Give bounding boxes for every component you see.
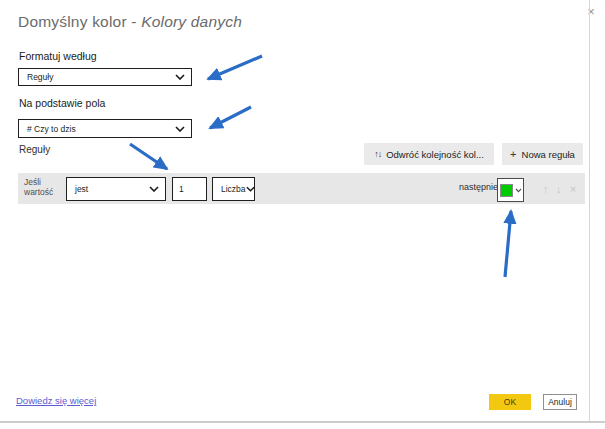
ok-button[interactable]: OK [489,394,531,410]
if-value-label: Jeśli wartość [24,178,53,197]
default-color-dialog: { "dialog": { "title_main": "Domyślny ko… [0,0,605,429]
reverse-rule-order-button[interactable]: ↑↓ Odwróć kolejność kol... [364,143,494,165]
color-swatch [500,184,513,197]
annotation-arrows-overlay [0,0,605,429]
based-on-field-label: Na podstawie pola [19,97,105,109]
move-rule-down-icon[interactable]: ↓ [556,184,561,194]
move-rule-up-icon[interactable]: ↑ [543,184,548,194]
rule-operator-dropdown[interactable]: jest [66,177,166,201]
chevron-down-icon [515,188,522,193]
rule-value-input[interactable] [172,177,207,201]
learn-more-link[interactable]: Dowiedz się więcej [16,395,96,406]
chevron-down-icon [149,186,159,192]
format-by-dropdown[interactable]: Reguły [18,68,192,86]
plus-icon: + [510,148,516,160]
annotation-arrow-value-input [130,144,167,169]
based-on-field-dropdown[interactable]: # Czy to dzis [18,119,192,138]
reverse-rule-order-label: Odwróć kolejność kol... [386,149,484,160]
rule-color-picker-button[interactable] [497,178,524,202]
rule-value-type-selected-value: Liczba [221,184,246,194]
then-label: następnie [459,182,498,192]
cancel-button[interactable]: Anuluj [543,394,577,410]
close-icon[interactable]: × [582,2,600,20]
format-by-selected-value: Reguły [27,72,53,82]
annotation-arrow-field-dropdown [210,107,251,128]
chevron-down-icon [175,74,185,80]
rule-operator-selected-value: jest [75,184,88,194]
new-rule-button[interactable]: + Nowa reguła [502,143,583,165]
based-on-field-selected-value: # Czy to dzis [27,124,76,134]
page-title-main: Domyślny kolor - [18,13,141,30]
page-title: Domyślny kolor - Kolory danych [18,13,242,31]
page-title-emphasis: Kolory danych [141,13,242,30]
annotation-arrow-format-dropdown [208,56,262,79]
new-rule-label: Nowa reguła [522,149,575,160]
dialog-right-border [589,0,590,422]
format-by-label: Formatuj według [19,50,97,62]
chevron-down-icon [175,126,185,132]
rules-section-label: Reguły [19,144,50,155]
rule-value-type-dropdown[interactable]: Liczba [212,177,255,201]
delete-rule-icon[interactable]: × [570,184,576,194]
sort-arrows-icon: ↑↓ [374,149,381,159]
dialog-bottom-border [0,421,605,423]
chevron-down-icon [246,186,255,192]
annotation-arrow-color-picker [505,211,511,277]
